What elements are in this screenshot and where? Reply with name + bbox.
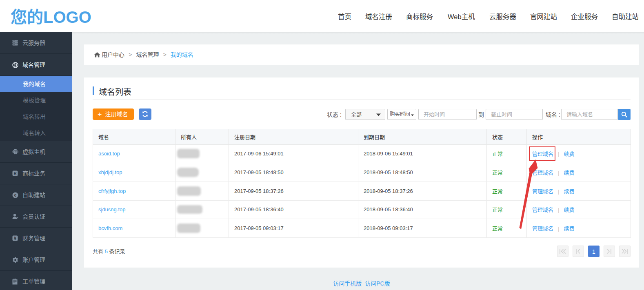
svg-text:¥: ¥ [14,236,17,241]
svg-text:R: R [13,171,17,176]
svg-text:e: e [14,193,16,197]
